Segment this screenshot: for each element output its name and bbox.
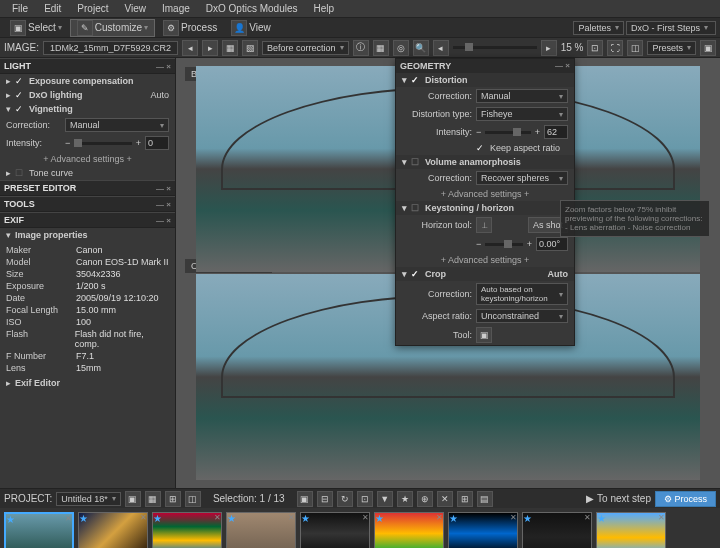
menu-file[interactable]: File xyxy=(4,3,36,14)
light-panel-header[interactable]: LIGHT — × xyxy=(0,58,175,74)
keystoning-section[interactable]: ▾ ☐ Keystoning / horizon xyxy=(396,201,574,215)
distortion-section[interactable]: ▾ ✓ Distortion xyxy=(396,73,574,87)
correction-dropdown[interactable]: Manual ▾ xyxy=(65,118,169,132)
toolbar-icon[interactable]: ◫ xyxy=(185,491,201,507)
view-icon[interactable]: 👤 xyxy=(231,20,247,36)
aspect-dropdown[interactable]: Unconstrained ▾ xyxy=(476,309,568,323)
customize-icon[interactable]: ✎ xyxy=(77,20,93,36)
panel-controls[interactable]: — × xyxy=(555,61,570,71)
toolbar-icon[interactable]: ⊕ xyxy=(417,491,433,507)
image-props-row[interactable]: ▾ Image properties xyxy=(0,228,175,242)
panel-controls[interactable]: — × xyxy=(156,184,171,193)
split-icon[interactable]: ◫ xyxy=(627,40,643,56)
menu-help[interactable]: Help xyxy=(305,3,342,14)
process-icon[interactable]: ⚙ xyxy=(163,20,179,36)
advanced-settings[interactable]: + Advanced settings + xyxy=(396,187,574,201)
menu-image[interactable]: Image xyxy=(154,3,198,14)
volume-section[interactable]: ▾ ☐ Volume anamorphosis xyxy=(396,155,574,169)
target-icon[interactable]: ◎ xyxy=(393,40,409,56)
minus-icon[interactable]: − xyxy=(476,127,481,137)
preset-editor-header[interactable]: PRESET EDITOR — × xyxy=(0,180,175,196)
toolbar-icon[interactable]: ⊟ xyxy=(317,491,333,507)
advanced-settings[interactable]: + Advanced settings + xyxy=(396,253,574,267)
intensity-slider[interactable] xyxy=(74,142,131,145)
toolbar-icon[interactable]: ✕ xyxy=(437,491,453,507)
plus-icon[interactable]: + xyxy=(527,239,532,249)
project-name-dropdown[interactable]: Untitled 18* ▾ xyxy=(56,492,121,506)
steps-dropdown[interactable]: DxO - First Steps ▾ xyxy=(626,21,716,35)
thumbnail[interactable]: _16K2340.JPG xyxy=(596,512,666,548)
minus-icon[interactable]: − xyxy=(476,239,481,249)
unchecked-icon[interactable]: ☐ xyxy=(411,203,421,213)
check-icon[interactable]: ✓ xyxy=(411,269,421,279)
check-icon[interactable]: ✓ xyxy=(15,90,25,100)
filmstrip[interactable]: 1DMk2_15mm_D7F59... Defense_8031_DC.nef … xyxy=(0,508,720,548)
select-label[interactable]: Select xyxy=(28,22,56,33)
check-icon[interactable]: ✓ xyxy=(411,75,421,85)
thumbnail[interactable] xyxy=(522,512,592,548)
panel-controls[interactable]: — × xyxy=(156,200,171,209)
menu-edit[interactable]: Edit xyxy=(36,3,69,14)
process-button[interactable]: ⚙ Process xyxy=(655,491,716,507)
chevron-down-icon[interactable]: ▾ xyxy=(144,23,148,32)
menu-project[interactable]: Project xyxy=(69,3,116,14)
toolbar-icon[interactable]: ▣ xyxy=(125,491,141,507)
grid-overlay-icon[interactable]: ▦ xyxy=(373,40,389,56)
thumbnail[interactable]: _16K4365.jpg xyxy=(152,512,222,548)
menu-dxo-modules[interactable]: DxO Optics Modules xyxy=(198,3,306,14)
chevron-down-icon[interactable]: ▾ xyxy=(58,23,62,32)
filename-field[interactable]: 1DMk2_15mm_D7F5929.CR2 xyxy=(43,41,178,55)
panel-controls[interactable]: — × xyxy=(156,216,171,225)
info-icon[interactable]: ⓘ xyxy=(353,40,369,56)
prev-icon[interactable]: ◂ xyxy=(433,40,449,56)
process-label[interactable]: Process xyxy=(181,22,217,33)
panel-controls[interactable]: — × xyxy=(156,62,171,71)
toolbar-icon[interactable]: ▦ xyxy=(145,491,161,507)
toolbar-icon[interactable]: ⊞ xyxy=(457,491,473,507)
advanced-settings[interactable]: + Advanced settings + xyxy=(0,152,175,166)
toolbar-icon[interactable]: ⊡ xyxy=(357,491,373,507)
exif-header[interactable]: EXIF — × xyxy=(0,212,175,228)
distortion-type-dropdown[interactable]: Fisheye ▾ xyxy=(476,107,568,121)
distortion-correction-dropdown[interactable]: Manual ▾ xyxy=(476,89,568,103)
thumbnail[interactable]: 1DMk2_15mm_D7F59... xyxy=(4,512,74,548)
next-button[interactable]: ▸ xyxy=(202,40,218,56)
thumbnail[interactable]: _16K2553.JPG xyxy=(448,512,518,548)
palettes-dropdown[interactable]: Palettes ▾ xyxy=(573,21,624,35)
toolbar-icon[interactable]: ★ xyxy=(397,491,413,507)
view-label[interactable]: View xyxy=(249,22,271,33)
check-icon[interactable]: ✓ xyxy=(15,104,25,114)
thumbnail[interactable]: Defense_8031_DC.nef xyxy=(78,512,148,548)
select-icon[interactable]: ▣ xyxy=(10,20,26,36)
tool-icon[interactable]: ▣ xyxy=(700,40,716,56)
thumbnail[interactable]: _16K3557.jpg xyxy=(374,512,444,548)
fit-icon[interactable]: ⊡ xyxy=(587,40,603,56)
check-icon[interactable]: ✓ xyxy=(15,76,25,86)
vignetting-row[interactable]: ▾ ✓ Vignetting xyxy=(0,102,175,116)
exif-editor-row[interactable]: ▸ Exif Editor xyxy=(0,376,175,390)
menu-view[interactable]: View xyxy=(116,3,154,14)
zoom-icon[interactable]: 🔍 xyxy=(413,40,429,56)
crop-tool-icon[interactable]: ▣ xyxy=(476,327,492,343)
thumbnail[interactable]: _16K4334.jpg xyxy=(226,512,296,548)
plus-icon[interactable]: + xyxy=(535,127,540,137)
toolbar-icon[interactable]: ↻ xyxy=(337,491,353,507)
crop-section[interactable]: ▾ ✓ Crop Auto xyxy=(396,267,574,281)
unchecked-icon[interactable]: ☐ xyxy=(411,157,421,167)
grid-icon[interactable]: ▧ xyxy=(242,40,258,56)
zoom-slider[interactable] xyxy=(453,46,537,49)
presets-dropdown[interactable]: Presets ▾ xyxy=(647,41,696,55)
geometry-panel[interactable]: GEOMETRY — × ▾ ✓ Distortion Correction: … xyxy=(395,58,575,346)
horizon-slider[interactable] xyxy=(485,243,522,246)
horizon-input[interactable] xyxy=(536,237,568,251)
toolbar-icon[interactable]: ▣ xyxy=(297,491,313,507)
next-icon[interactable]: ▸ xyxy=(541,40,557,56)
prev-button[interactable]: ◂ xyxy=(182,40,198,56)
correction-mode-dropdown[interactable]: Before correction ▾ xyxy=(262,41,349,55)
dxo-lighting-row[interactable]: ▸ ✓ DxO lighting Auto xyxy=(0,88,175,102)
toolbar-icon[interactable]: ⊞ xyxy=(165,491,181,507)
crop-correction-dropdown[interactable]: Auto based on keystoning/horizon ▾ xyxy=(476,283,568,305)
volume-correction-dropdown[interactable]: Recover spheres ▾ xyxy=(476,171,568,185)
minus-icon[interactable]: − xyxy=(65,138,70,148)
tools-header[interactable]: TOOLS — × xyxy=(0,196,175,212)
